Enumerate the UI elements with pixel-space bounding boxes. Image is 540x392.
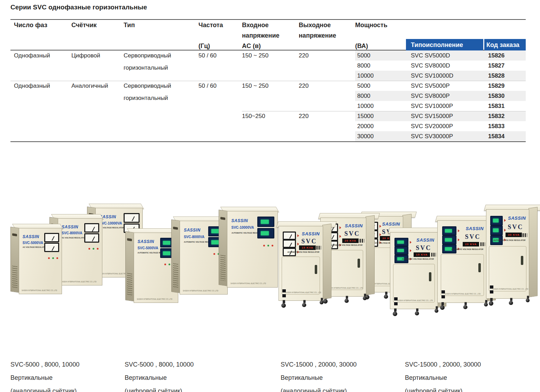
vent-grille-icon	[12, 266, 17, 288]
meter-display-icon	[394, 246, 408, 255]
meter-display-icon	[283, 232, 296, 240]
unit-footer-text: SASSIN INTERNATIONAL ELECTRIC CO., LTD	[327, 287, 363, 289]
meter-display-icon	[84, 223, 100, 233]
caster-wheel-icon	[302, 300, 307, 307]
unit-subline: AUTOMATIC VOLTAGE REGULATOR	[451, 248, 483, 250]
cabinet-door-outline	[441, 254, 484, 296]
cabinet-door-outline	[282, 257, 320, 295]
unit-model-label: SVC	[416, 244, 431, 252]
product-caption-line: Вертикальные	[405, 371, 520, 384]
product-caption-line: (цифровой счётчик)	[125, 384, 240, 392]
catalog-page: Серии SVC однофазные горизонтальные Числ…	[0, 0, 540, 392]
brand-logo: SASSIN	[302, 231, 320, 236]
led-dot-icon	[213, 253, 215, 255]
product-caption: SVC-15000 , 20000, 30000Вертикальные(ана…	[281, 358, 396, 392]
meter-display-icon	[490, 226, 503, 235]
product-caption: SVC-5000 , 8000, 10000Вертикальные(анало…	[10, 358, 125, 392]
capacity-badge: 30 KVA	[506, 233, 522, 237]
door-handle-icon	[429, 272, 431, 281]
unit-model-label: SVC-8000VA	[184, 235, 204, 239]
led-dot-icon	[169, 264, 170, 265]
unit-side-panel	[171, 219, 180, 293]
product-images-area: SASSINSVC-5000VAAC VOLTAGE REGULATORSASS…	[0, 0, 540, 392]
unit-subline: AUTOMATIC VOLTAGE REGULATOR	[402, 258, 434, 260]
stabilizer-unit: SASSINSVC15 KVAAUTOMATIC VOLTAGE REGULAT…	[279, 221, 331, 308]
unit-side-panel	[10, 227, 19, 293]
product-caption-line: SVC-5000 , 8000, 10000	[10, 358, 125, 371]
meter-display-icon	[257, 228, 274, 238]
brand-logo: SASSIN	[345, 223, 363, 228]
brand-logo: SASSIN	[508, 215, 526, 221]
unit-footer-text: SASSIN INTERNATIONAL ELECTRIC CO.,LTD	[61, 281, 96, 283]
capacity-badge: 15 KVA	[414, 252, 430, 257]
meter-display-icon	[394, 238, 408, 246]
door-handle-icon	[358, 259, 360, 268]
product-caption: SVC-5000 , 8000, 10000Вертикальные(цифро…	[125, 358, 240, 392]
unit-subline: AUTOMATIC VOLTAGE REGULATOR	[330, 244, 362, 246]
badge-bars-icon	[480, 242, 485, 246]
unit-footer-text: SASSIN INTERNATIONAL ELECTRIC CO.,LTD	[230, 283, 266, 284]
unit-footer-text: SASSIN INTERNATIONAL ELECTRIC CO., LTD	[397, 300, 433, 301]
meter-display-icon	[490, 216, 503, 226]
led-dot-icon	[164, 264, 166, 265]
capacity-badge: 15 KVA	[299, 245, 315, 250]
caster-wheel-icon	[415, 308, 420, 315]
product-caption-line: (аналогичный счётчик)	[10, 384, 125, 392]
caster-wheel-icon	[281, 300, 287, 308]
unit-model-label: SVC	[302, 238, 317, 245]
brand-logo: SASSIN	[184, 228, 201, 233]
stabilizer-unit: SASSINSVC-10000VAAUTOMATIC VOLTAGE REGUL…	[219, 207, 278, 288]
stabilizer-unit: SASSINSVC-5000VAAUTOMATIC VOLTAGE REGULA…	[125, 228, 178, 303]
capacity-badge: 20 KVA	[342, 238, 359, 243]
brand-logo: SASSIN	[382, 221, 400, 227]
handle-slot-icon	[173, 227, 178, 230]
unit-model-label: SVC-5000VA	[138, 246, 158, 250]
unit-footer-text: SASSIN INTERNATIONAL ELECTRIC CO., LTD	[445, 293, 480, 295]
unit-front-panel: SASSINSVC-8000VAAC VOLTAGE REGULATORSASS…	[58, 218, 102, 285]
meter-display-icon	[44, 233, 59, 242]
led-dot-icon	[52, 257, 54, 259]
caster-wheel-icon	[393, 308, 398, 316]
product-caption-line: Вертикальные	[10, 371, 125, 384]
brand-logo: SASSIN	[466, 226, 484, 231]
indicator-lights	[263, 245, 273, 246]
unit-model-label: SVC-10000VA	[232, 226, 254, 229]
led-dot-icon	[48, 257, 50, 259]
brand-logo: SASSIN	[23, 234, 39, 239]
door-handle-icon	[478, 263, 481, 272]
badge-bars-icon	[316, 246, 321, 250]
vent-grille-icon	[127, 273, 132, 297]
handle-slot-icon	[12, 233, 17, 236]
meter-display-icon	[257, 217, 274, 227]
product-caption-line: SVC-5000 , 8000, 10000	[125, 358, 240, 371]
unit-footer-text: SASSIN INTERNATIONAL ELECTRIC CO.,LTD	[183, 290, 218, 291]
meter-display-icon	[84, 233, 100, 243]
product-group: SASSINSVC-5000VAAC VOLTAGE REGULATORSASS…	[10, 204, 139, 298]
indicator-lights	[88, 248, 99, 250]
cabinet-door-outline	[489, 246, 526, 291]
brand-logo: SASSIN	[62, 225, 78, 229]
unit-subline: AC VOLTAGE REGULATOR	[23, 246, 47, 248]
unit-model-label: SVC	[465, 233, 481, 241]
unit-side-panel	[322, 224, 331, 299]
caster-wheel-icon	[344, 296, 349, 303]
vent-grille-icon	[220, 255, 226, 281]
brand-logo: SASSIN	[232, 218, 248, 223]
unit-front-panel: SASSINSVC15 KVAAUTOMATIC VOLTAGE REGULAT…	[390, 232, 438, 309]
unit-side-panel	[219, 210, 228, 286]
cabinet-door-outline	[393, 264, 435, 303]
product-caption-line: (аналогичный счётчик)	[281, 384, 396, 392]
meter-display-icon	[442, 235, 457, 244]
unit-front-panel: SASSINSVC-5000VAAC VOLTAGE REGULATORSASS…	[19, 228, 62, 294]
unit-side-panel	[366, 215, 375, 295]
unit-subline: AC VOLTAGE REGULATOR	[62, 237, 86, 239]
handle-slot-icon	[220, 217, 225, 220]
led-dot-icon	[56, 257, 58, 259]
product-caption-line: SVC-15000 , 20000, 30000	[405, 358, 520, 371]
unit-footer-text: SASSIN INTERNATIONAL ELECTRIC CO.,LTD	[137, 298, 172, 300]
product-caption-line: SVC-15000 , 20000, 30000	[281, 358, 396, 371]
caster-wheel-icon	[509, 298, 514, 305]
unit-side-panel	[529, 207, 538, 297]
unit-side-panel	[125, 231, 134, 301]
caster-wheel-icon	[489, 298, 494, 306]
